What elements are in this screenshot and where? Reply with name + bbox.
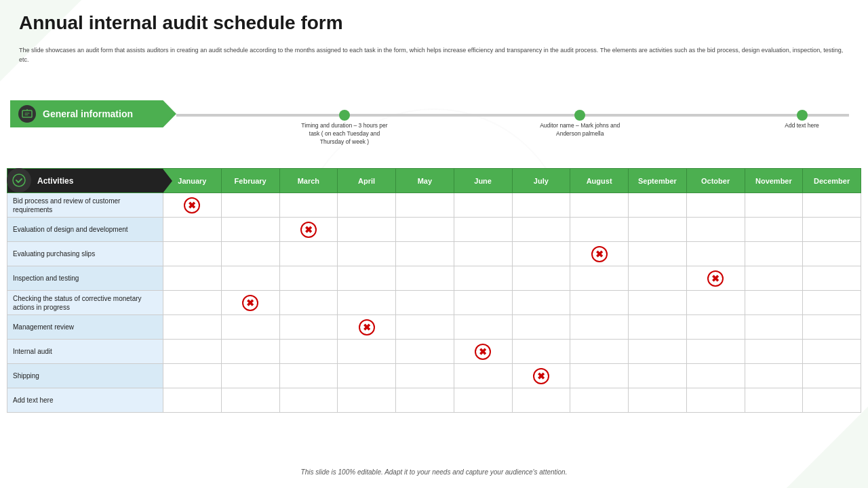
timeline-label-3: Add text here: [755, 122, 850, 130]
cell-row8-col11: [803, 388, 861, 413]
table-row: Add text here: [7, 388, 861, 413]
timeline-label-2: Auditor name – Mark johns and Anderson p…: [532, 122, 627, 138]
cell-row8-col6: [512, 388, 570, 413]
cell-row0-col4: [396, 193, 454, 218]
cell-row1-col11: [803, 218, 861, 242]
month-oct: October: [686, 169, 745, 193]
general-info-label: General information: [43, 108, 133, 119]
cell-row0-col8: [629, 193, 687, 218]
table-row: Bid process and review of customer requi…: [7, 193, 861, 218]
x-mark-icon: ✖: [707, 270, 724, 287]
cell-row0-col11: [803, 193, 861, 218]
cell-row1-col1: [221, 218, 279, 242]
cell-row3-col0: [163, 266, 222, 291]
svg-point-1: [26, 109, 28, 110]
cell-row4-col7: [570, 291, 629, 315]
cell-row1-col7: [570, 218, 629, 242]
cell-row3-col7: [570, 266, 629, 291]
cell-row1-col8: [629, 218, 687, 242]
audit-table: Activities January February March April …: [7, 168, 861, 413]
cell-row6-col4: [396, 340, 454, 364]
cell-row5-col5: [454, 315, 512, 340]
cell-row3-col2: [279, 266, 338, 291]
cell-row0-col9: [686, 193, 745, 218]
cell-row8-col0: [163, 388, 222, 413]
cell-row4-col5: [454, 291, 512, 315]
cell-row6-col11: [803, 340, 861, 364]
x-mark-icon: ✖: [475, 344, 491, 360]
cell-row7-col4: [396, 364, 454, 388]
cell-row0-col2: [279, 193, 338, 218]
activity-cell-1: Evaluation of design and development: [7, 218, 163, 242]
cell-row7-col3: [338, 364, 396, 388]
table-row: Checking the status of corrective moneta…: [7, 291, 861, 315]
activity-cell-5: Management review: [7, 315, 163, 340]
page-title: Annual internal audit schedule form: [19, 12, 343, 34]
cell-row1-col2: ✖: [279, 218, 338, 242]
cell-row4-col0: [163, 291, 222, 315]
cell-row7-col11: [803, 364, 861, 388]
cell-row2-col1: [221, 242, 279, 266]
cell-row2-col2: [279, 242, 338, 266]
cell-row2-col3: [338, 242, 396, 266]
x-mark-icon: ✖: [300, 222, 317, 238]
cell-row3-col6: [512, 266, 570, 291]
month-nov: November: [745, 169, 803, 193]
cell-row7-col2: [279, 364, 338, 388]
cell-row8-col8: [629, 388, 687, 413]
cell-row6-col1: [221, 340, 279, 364]
cell-row5-col0: [163, 315, 222, 340]
cell-row3-col5: [454, 266, 512, 291]
table-row: Shipping✖: [7, 364, 861, 388]
cell-row6-col9: [686, 340, 745, 364]
activity-cell-6: Internal audit: [7, 340, 163, 364]
table-row: Inspection and testing✖: [7, 266, 861, 291]
x-mark-icon: ✖: [359, 319, 375, 336]
cell-row5-col8: [629, 315, 687, 340]
cell-row3-col9: ✖: [686, 266, 745, 291]
cell-row3-col10: [745, 266, 803, 291]
cell-row0-col1: [221, 193, 279, 218]
cell-row6-col5: ✖: [454, 340, 512, 364]
cell-row8-col3: [338, 388, 396, 413]
x-mark-icon: ✖: [242, 295, 258, 311]
cell-row8-col1: [221, 388, 279, 413]
cell-row6-col3: [338, 340, 396, 364]
cell-row1-col0: [163, 218, 222, 242]
cell-row2-col0: [163, 242, 222, 266]
cell-row1-col4: [396, 218, 454, 242]
activity-cell-8: Add text here: [7, 388, 163, 413]
cell-row5-col1: [221, 315, 279, 340]
cell-row0-col10: [745, 193, 803, 218]
cell-row5-col7: [570, 315, 629, 340]
cell-row1-col3: [338, 218, 396, 242]
svg-rect-0: [22, 110, 32, 117]
cell-row7-col0: [163, 364, 222, 388]
activity-cell-0: Bid process and review of customer requi…: [7, 193, 163, 218]
cell-row8-col7: [570, 388, 629, 413]
cell-row7-col6: ✖: [512, 364, 570, 388]
cell-row5-col11: [803, 315, 861, 340]
cell-row4-col4: [396, 291, 454, 315]
footer-text: This slide is 100% editable. Adapt it to…: [0, 468, 868, 476]
cell-row7-col1: [221, 364, 279, 388]
cell-row6-col0: [163, 340, 222, 364]
x-mark-icon: ✖: [533, 368, 549, 384]
month-jun: June: [454, 169, 512, 193]
cell-row8-col4: [396, 388, 454, 413]
cell-row2-col6: [512, 242, 570, 266]
x-mark-icon: ✖: [591, 246, 608, 262]
cell-row2-col10: [745, 242, 803, 266]
cell-row6-col2: [279, 340, 338, 364]
cell-row3-col8: [629, 266, 687, 291]
cell-row4-col1: ✖: [221, 291, 279, 315]
cell-row8-col9: [686, 388, 745, 413]
timeline-label-1: Timing and duration – 3 hours per task (…: [297, 122, 392, 146]
cell-row2-col5: [454, 242, 512, 266]
cell-row3-col4: [396, 266, 454, 291]
cell-row4-col11: [803, 291, 861, 315]
cell-row6-col6: [512, 340, 570, 364]
cell-row2-col11: [803, 242, 861, 266]
cell-row4-col3: [338, 291, 396, 315]
general-info-icon: [18, 105, 36, 123]
